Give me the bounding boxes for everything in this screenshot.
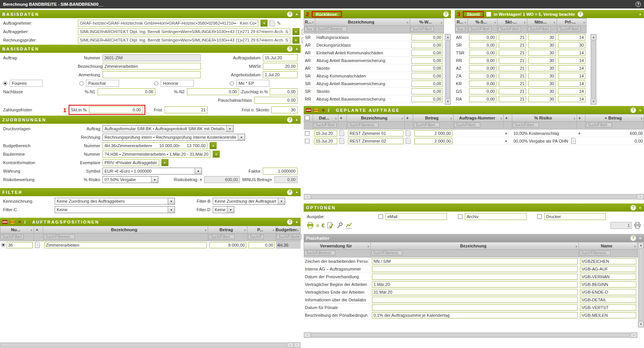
pruef-field[interactable]: 14 [558,73,585,79]
pos-bezeichnung[interactable]: Zimmererarbeiten [44,242,207,248]
chevron-down-icon[interactable]: ▼ [161,159,168,166]
edit-pencil-icon[interactable]: ✎ [277,21,281,26]
chevron-down-icon[interactable]: ▼ [261,20,267,27]
table-row[interactable]: Beschreibung der Pönalbedingun0,1% der A… [304,311,644,319]
budgetbereich-field[interactable]: 4H.36•Zimmererarbeiten• 10 000,00• 13 70… [103,142,207,149]
frist-o-skonto-field[interactable]: 30 [271,106,298,113]
document-icon[interactable] [406,138,410,144]
invoice-check-icon[interactable] [327,222,334,229]
filter-input[interactable]: Such/Filtert... [414,123,440,128]
chevron-down-icon[interactable]: ▼ [168,198,175,204]
platzhalter-value[interactable] [372,304,578,311]
document-icon[interactable] [340,138,344,144]
table-row[interactable]: AREinbehalt Anteil Kommunalschäden0,00 [304,49,444,57]
collapse-icon[interactable]: ▲ [639,206,642,209]
table-row[interactable]: Informationen über die DetailabsVGB-DETA… [304,296,644,304]
skt-field[interactable]: 21 [499,65,526,71]
table-row[interactable]: GS0,00213014 [455,87,587,95]
collapse-icon[interactable]: ▲ [295,47,298,50]
ap-row[interactable]: 36 Zimmererarbeiten 8 000,00 0,00 4H.36 [0,241,301,249]
col-betrag[interactable]: Betrag▲ [413,114,454,122]
filter-input[interactable]: Such/Filtert [411,27,434,32]
preisart-me-ep[interactable]: Me * EP [230,80,298,87]
table-row[interactable]: SRAbzug Kommunalschäden0,00 [304,72,444,80]
table-row[interactable]: ZA0,00213014 [455,72,587,80]
col-betrag[interactable]: Betrag▲ [208,226,247,234]
filter-input[interactable]: Such/Filtert... [454,123,480,128]
skonto-field[interactable]: 0,00 [469,96,496,102]
scrollbar-thumb[interactable] [1,343,287,347]
skt-field[interactable]: 21 [499,88,526,94]
archiv-checkbox[interactable] [458,214,462,219]
help-icon[interactable]: ? [631,205,636,210]
printer-icon[interactable] [634,222,641,229]
filter-input[interactable]: Such/Filtert... [513,123,539,128]
zuschlag-field[interactable]: 0.00 [270,88,298,95]
waehrung-combo[interactable]: EUR •€ •Euro • 1.000000 ▼ [103,168,202,175]
pruef-field[interactable]: 14 [558,57,585,64]
netto-field[interactable]: 30 [528,34,556,40]
help-icon[interactable]: ? [631,235,636,241]
auftragsdatum-field[interactable]: 15.Jul.20 [263,54,298,61]
platzhalter-value[interactable] [372,274,578,280]
scrollbar-thumb[interactable] [311,333,630,337]
preisart-fixpreis[interactable]: Fixpreis [3,80,77,87]
platzhalter-value[interactable]: 1.Mär.20 [372,281,578,287]
pos-betrag[interactable]: 8 000,00 [209,242,246,248]
table-row[interactable]: KR0,00213014 [455,80,587,87]
skt-field[interactable]: 21 [499,73,526,79]
help-icon[interactable]: ? [578,12,583,17]
skt-field[interactable]: 21 [499,34,526,40]
radio-fixpreis[interactable] [3,81,7,86]
col-plus[interactable]: + [504,114,512,122]
skt-field[interactable]: 21 [499,42,526,48]
scroll-left-icon[interactable]: ‹ [304,194,311,199]
col-budgetbereich[interactable]: Budgetber.▲ [276,226,301,234]
netto-field[interactable]: 30 [528,73,556,79]
scrollbar-thumb[interactable] [311,195,637,199]
copies-field[interactable]: 1 [610,222,632,229]
flag-icon[interactable] [10,220,15,224]
table-row[interactable]: ARDeckungsrücklass0,00 [304,41,444,49]
chevron-down-icon[interactable]: ▼ [195,168,202,174]
werktage-checkbox[interactable] [486,12,491,17]
pruef-field[interactable]: 14 [558,81,585,87]
platzhalter-value[interactable] [372,266,578,272]
scroll-left-icon[interactable]: ‹ [304,333,311,338]
scroll-left-icon[interactable]: ‹ [287,343,294,348]
col-prozent[interactable]: P...▲ [247,226,276,234]
table-row[interactable]: 15.Jul.20 REST Zimmerer 01 2 000,00 + 10… [304,129,644,137]
mwst-field[interactable]: 20.00 [263,63,298,70]
filter-input[interactable]: Such/Filtert [528,27,551,32]
col-bezeichnung[interactable]: Bezeichnung▲ [371,242,579,250]
flag-icon[interactable] [314,108,319,112]
info-icon[interactable]: i [328,108,329,113]
scrollbar-thumb[interactable] [591,40,596,98]
skonto-field[interactable]: 0,00 [469,81,496,87]
table-row[interactable]: Zeichen der bearbeitenden PersoNN / SIMV… [304,257,644,265]
chevron-down-icon[interactable]: ▼ [278,198,285,204]
filter-b-combo[interactable]: Keine Zuordnung der Auftragsart ▼ [213,198,285,205]
filter-input[interactable]: Such/Filtertext... [304,250,335,256]
table-row[interactable]: RRAbzug Anteil Bauwesenversicherung0,00 [304,95,444,103]
collapse-icon[interactable]: ▲ [295,118,298,121]
skt-field[interactable]: 21 [499,57,526,64]
close-icon[interactable]: ✕ [321,108,325,113]
col-verwendung[interactable]: Verwendung für▲ [304,242,371,250]
table-row[interactable]: RR0,00213014 [455,57,587,64]
drucker-field[interactable]: Drucker [544,213,606,220]
col-code[interactable]: R...▲ [304,18,315,26]
col-prozent-skonto[interactable]: %-S...▲ [468,18,498,26]
ap-hscrollbar[interactable]: ‹ › [0,342,301,348]
col-auftragsnummer[interactable]: Auftrags-Nummer▲ [454,114,504,122]
chevron-down-icon[interactable]: ▼ [293,28,299,35]
help-icon[interactable]: ? [287,117,293,123]
scroll-right-icon[interactable]: › [294,343,300,348]
col-netto[interactable]: Ntto...▲ [527,18,557,26]
scroll-right-icon[interactable]: › [637,194,644,199]
filter-input[interactable]: Such/Filtert... [586,123,612,128]
wert-field[interactable]: 0,00 [411,57,443,64]
collapse-icon[interactable]: ▲ [639,108,642,112]
document-icon[interactable] [35,242,40,248]
netto-field[interactable]: 30 [528,50,556,56]
